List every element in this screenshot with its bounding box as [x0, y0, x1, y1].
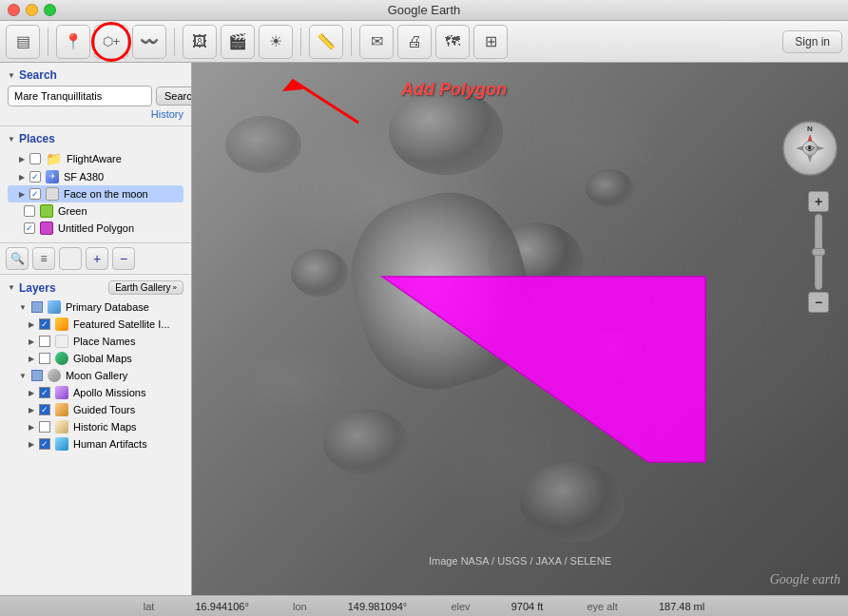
crater-4	[586, 329, 652, 381]
crater-7	[291, 249, 348, 297]
expand-historic-maps-icon[interactable]: ▶	[29, 423, 34, 432]
elev-value: 9704 ft	[511, 601, 544, 612]
crater-6	[323, 409, 409, 475]
sun-button[interactable]: ☀	[259, 25, 293, 59]
lat-value: 16.944106°	[195, 601, 248, 612]
compass-center-icon[interactable]: 👁	[802, 141, 818, 156]
img-face-moon-icon	[46, 187, 59, 201]
sun-icon: ☀	[269, 32, 282, 50]
app-title: Google Earth	[388, 3, 461, 17]
main-area: ▼ Search Search History ▼ Places ▶ 📁 F	[0, 63, 848, 595]
folder-primary-db-icon	[48, 300, 61, 314]
sidebar-toggle-button[interactable]: ▤	[6, 25, 40, 59]
record-icon: 🎬	[228, 32, 247, 50]
img-human-artifacts-icon	[55, 437, 68, 451]
maximize-button[interactable]	[44, 4, 56, 16]
img-apollo-missions-icon	[55, 386, 68, 399]
zoom-in-button[interactable]: +	[808, 191, 829, 212]
folder-flightaware-icon: 📁	[46, 151, 62, 166]
expand-human-artifacts-icon[interactable]: ▶	[29, 440, 34, 449]
minimize-button[interactable]	[26, 4, 38, 16]
checkbox-green[interactable]	[24, 205, 35, 217]
places-search-button[interactable]: 🔍	[6, 247, 29, 270]
checkbox-moon-gallery[interactable]	[31, 370, 43, 381]
places-blank-button[interactable]	[59, 247, 82, 270]
search-button[interactable]: Search	[156, 87, 192, 106]
layer-label-human-artifacts: Human Artifacts	[73, 438, 147, 450]
place-label-untitled-polygon: Untitled Polygon	[58, 222, 134, 234]
zoom-out-button[interactable]: −	[808, 292, 829, 313]
checkbox-apollo-missions[interactable]	[39, 387, 50, 398]
lon-value: 149.981094°	[348, 601, 408, 612]
expand-global-maps-icon[interactable]: ▶	[29, 355, 34, 363]
close-button[interactable]	[8, 4, 20, 16]
history-link[interactable]: History	[151, 108, 183, 120]
checkbox-global-maps[interactable]	[39, 353, 50, 364]
layers-section: ▼ Layers Earth Gallery » ▼ Primary Datab…	[0, 275, 191, 595]
image-credit: Image NASA / USGS / JAXA / SELENE	[429, 555, 611, 567]
toolbar-separator-2	[174, 28, 175, 56]
expand-primary-db-icon[interactable]: ▼	[19, 303, 27, 312]
places-header: ▼ Places	[8, 132, 183, 145]
crater-8	[520, 462, 625, 543]
zoom-thumb[interactable]	[812, 248, 825, 256]
expand-sfa380-icon[interactable]: ▶	[19, 173, 25, 182]
add-path-button[interactable]: 〰️	[132, 25, 166, 59]
print-button[interactable]: 🖨	[397, 25, 432, 59]
zoom-control: + −	[808, 191, 829, 313]
zoom-track[interactable]	[815, 214, 822, 290]
place-label-flightaware: FlightAware	[67, 153, 122, 164]
toolbar-separator-4	[351, 28, 352, 56]
layer-item-featured-satellite: ▶ Featured Satellite I...	[8, 316, 183, 333]
navigation-compass[interactable]: N 👁	[781, 120, 838, 177]
checkbox-place-names[interactable]	[39, 336, 50, 347]
layer-item-global-maps: ▶ Global Maps	[8, 350, 183, 367]
earth-gallery-button[interactable]: Earth Gallery »	[108, 280, 183, 295]
map-area[interactable]: Add Polygon N	[192, 63, 848, 595]
signin-button[interactable]: Sign in	[782, 30, 842, 53]
search-input[interactable]	[8, 86, 152, 106]
image-overlay-button[interactable]: 🖼	[183, 25, 217, 59]
layer-item-apollo-missions: ▶ Apollo Missions	[8, 384, 183, 401]
add-placemark-button[interactable]: 📍	[56, 25, 90, 59]
layer-label-moon-gallery: Moon Gallery	[66, 370, 127, 381]
checkbox-face-on-moon[interactable]	[29, 188, 41, 200]
place-item-face-on-moon[interactable]: ▶ Face on the moon	[8, 185, 183, 202]
places-remove-button[interactable]: −	[112, 247, 135, 270]
checkbox-untitled-polygon[interactable]	[24, 222, 35, 234]
sidebar: ▼ Search Search History ▼ Places ▶ 📁 F	[0, 63, 192, 595]
maps-button[interactable]: 🗺	[435, 25, 470, 59]
checkbox-human-artifacts[interactable]	[39, 438, 50, 450]
search-triangle-icon: ▼	[8, 71, 15, 80]
layers-header: ▼ Layers Earth Gallery »	[8, 280, 183, 295]
compass-container: N 👁	[781, 120, 838, 177]
img-green-icon	[40, 204, 53, 218]
lat-label: lat	[144, 601, 155, 612]
expand-moon-gallery-icon[interactable]: ▼	[19, 372, 27, 380]
checkbox-featured-satellite[interactable]	[39, 318, 50, 330]
img-global-maps-icon	[55, 352, 68, 365]
extra-button[interactable]: ⊞	[473, 25, 508, 59]
expand-featured-satellite-icon[interactable]: ▶	[29, 320, 34, 329]
titlebar: Google Earth	[0, 0, 848, 21]
checkbox-historic-maps[interactable]	[39, 421, 50, 433]
checkbox-guided-tours[interactable]	[39, 404, 50, 415]
checkbox-flightaware[interactable]	[29, 153, 41, 164]
placemark-icon: 📍	[64, 32, 83, 50]
places-add-button[interactable]: +	[86, 247, 108, 270]
expand-guided-tours-icon[interactable]: ▶	[29, 406, 34, 414]
places-list-button[interactable]: ≡	[32, 247, 55, 270]
email-button[interactable]: ✉	[359, 25, 394, 59]
earth-gallery-label: Earth Gallery	[115, 282, 170, 293]
ruler-button[interactable]: 📏	[309, 25, 343, 59]
expand-flightaware-icon[interactable]: ▶	[19, 155, 25, 164]
ge-watermark: Google earth	[770, 572, 840, 587]
add-polygon-button[interactable]: ⬡+	[94, 25, 128, 59]
expand-apollo-icon[interactable]: ▶	[29, 389, 34, 397]
ge-watermark-text: Google earth	[770, 572, 840, 587]
checkbox-sf-a380[interactable]	[29, 171, 41, 183]
checkbox-primary-db[interactable]	[31, 301, 43, 313]
extra-icon: ⊞	[485, 32, 497, 50]
expand-place-names-icon[interactable]: ▶	[29, 337, 34, 346]
record-tour-button[interactable]: 🎬	[221, 25, 255, 59]
